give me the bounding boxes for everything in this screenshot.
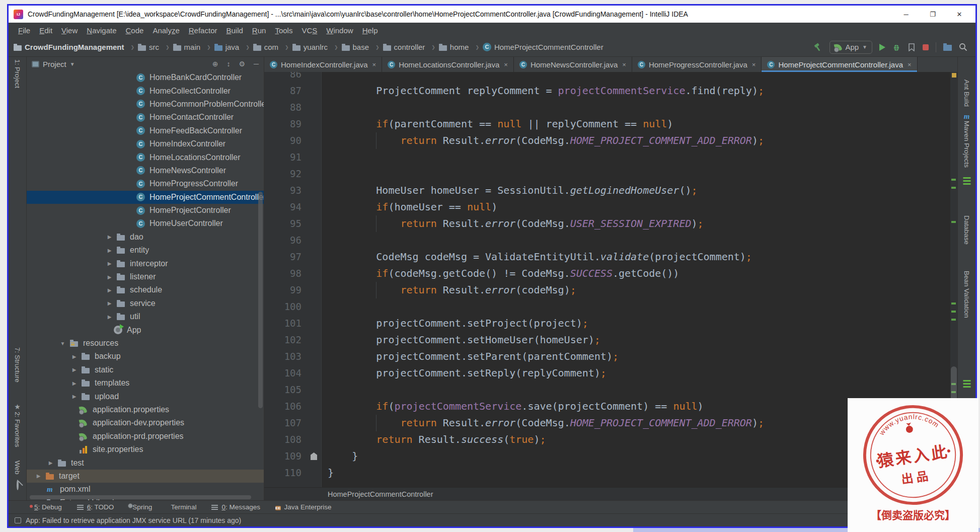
locate-file-icon[interactable]: ⊕: [212, 60, 218, 68]
tree-item[interactable]: ▶ upload: [27, 390, 264, 403]
tree-item[interactable]: C HomeIndexController: [27, 137, 264, 150]
tree-item[interactable]: C HomeUserController: [27, 217, 264, 230]
run-button[interactable]: [879, 44, 885, 51]
tree-item[interactable]: C HomeLocationsController: [27, 150, 264, 164]
tree-vertical-scrollbar[interactable]: [258, 192, 263, 408]
tree-item[interactable]: site.properties: [27, 443, 264, 456]
project-panel-title[interactable]: Project: [43, 60, 66, 68]
expand-arrow-icon[interactable]: ▶: [34, 473, 43, 479]
tool-strip-button-maven-projects[interactable]: Maven Projects: [963, 121, 970, 168]
tree-item[interactable]: ▶ listener: [27, 270, 264, 283]
editor-tab[interactable]: C HomeProjectCommentController.java ×: [762, 57, 917, 72]
tree-item[interactable]: m pom.xml: [27, 483, 264, 496]
line-number[interactable]: 103: [264, 348, 309, 365]
line-number[interactable]: 92: [264, 166, 309, 182]
line-number[interactable]: 93: [264, 182, 309, 199]
tool-strip-button--structure[interactable]: 7: Structure: [14, 347, 21, 383]
tree-item[interactable]: C HomeBankCardController: [27, 71, 264, 84]
breadcrumb-item[interactable]: home: [439, 43, 483, 51]
expand-arrow-icon[interactable]: ▶: [105, 248, 114, 253]
tree-item[interactable]: C HomeCollectController: [27, 84, 264, 97]
line-number[interactable]: 107: [264, 415, 309, 431]
breadcrumb-item[interactable]: src: [138, 43, 173, 51]
tool-strip-button-database[interactable]: Database: [963, 215, 970, 245]
tree-item[interactable]: C HomeNewsController: [27, 164, 264, 177]
editor-breadcrumb[interactable]: HomeProjectCommentController: [328, 490, 433, 498]
line-number[interactable]: 88: [264, 99, 309, 116]
tool-strip-button--favorites[interactable]: 2: Favorites: [14, 412, 21, 447]
expand-arrow-icon[interactable]: ▶: [46, 460, 55, 466]
menu-item[interactable]: VCS: [297, 25, 322, 36]
tool-strip-button-ant-build[interactable]: Ant Build: [963, 80, 970, 107]
expand-arrow-icon[interactable]: ▶: [70, 394, 79, 399]
line-number[interactable]: 109: [264, 448, 309, 465]
line-number[interactable]: 96: [264, 232, 309, 249]
line-number[interactable]: 98: [264, 265, 309, 282]
breadcrumb-item[interactable]: base: [342, 43, 383, 51]
menu-item[interactable]: Window: [322, 25, 357, 36]
expand-arrow-icon[interactable]: ▶: [105, 287, 114, 293]
gear-icon[interactable]: ⚙: [239, 60, 246, 68]
close-icon[interactable]: ×: [504, 61, 508, 68]
close-icon[interactable]: ×: [752, 61, 756, 68]
line-number[interactable]: 86: [264, 72, 309, 83]
tree-item[interactable]: C HomeProjectController: [27, 204, 264, 217]
menu-item[interactable]: View: [57, 25, 82, 36]
debug-bug-icon[interactable]: [892, 43, 900, 51]
run-with-coverage-icon[interactable]: [908, 43, 916, 51]
line-number[interactable]: 97: [264, 249, 309, 265]
expand-arrow-icon[interactable]: ▶: [70, 381, 79, 386]
line-number[interactable]: 102: [264, 332, 309, 348]
line-number[interactable]: 95: [264, 215, 309, 232]
expand-arrow-icon[interactable]: ▶: [70, 367, 79, 372]
tool-strip-button-web[interactable]: Web: [14, 461, 21, 475]
menu-item[interactable]: Analyze: [148, 25, 184, 36]
search-everywhere-icon[interactable]: [959, 43, 967, 51]
tree-item[interactable]: ▶ util: [27, 310, 264, 323]
breadcrumb-item[interactable]: yuanlrc: [292, 43, 342, 51]
tool-window-button[interactable]: 0: Messages: [211, 503, 260, 511]
tree-item[interactable]: C HomeFeedBackController: [27, 124, 264, 137]
tree-item[interactable]: ▶ service: [27, 297, 264, 310]
tree-item[interactable]: ▶ target: [27, 470, 264, 483]
line-number[interactable]: 94: [264, 199, 309, 215]
tree-item[interactable]: App: [27, 323, 264, 336]
line-number[interactable]: 105: [264, 382, 309, 398]
line-number[interactable]: 106: [264, 398, 309, 415]
tree-item[interactable]: C HomeCommonProblemController: [27, 98, 264, 111]
breadcrumb-item[interactable]: main: [173, 43, 214, 51]
tree-horizontal-scrollbar[interactable]: [30, 495, 251, 499]
menu-item[interactable]: Navigate: [82, 25, 121, 36]
tree-item[interactable]: ▶ templates: [27, 376, 264, 390]
expand-arrow-icon[interactable]: ▶: [105, 314, 114, 320]
menu-item[interactable]: Build: [221, 25, 247, 36]
line-number[interactable]: 90: [264, 132, 309, 149]
close-icon[interactable]: ×: [908, 61, 912, 68]
breadcrumb-item[interactable]: com: [253, 43, 292, 51]
tool-window-button[interactable]: Spring: [129, 503, 152, 511]
menu-item[interactable]: Tools: [270, 25, 297, 36]
tool-window-button[interactable]: 5: Debug: [31, 503, 62, 511]
bookmark-marker-icon[interactable]: [311, 452, 317, 460]
tree-item[interactable]: C HomeProjectCommentController: [27, 191, 264, 204]
menu-item[interactable]: Help: [358, 25, 383, 36]
editor-tab[interactable]: C HomeLocationsController.java ×: [382, 57, 514, 72]
menu-item[interactable]: Refactor: [184, 25, 222, 36]
breadcrumb-item[interactable]: CrowdFundingManagement: [14, 43, 138, 51]
breadcrumb-item[interactable]: java: [214, 43, 253, 51]
expand-arrow-icon[interactable]: ▶: [105, 234, 114, 240]
editor-tab[interactable]: C HomeIndexController.java ×: [264, 57, 382, 72]
chevron-down-icon[interactable]: ▼: [70, 61, 75, 67]
collapse-all-icon[interactable]: ↕: [227, 60, 231, 68]
line-number[interactable]: 99: [264, 282, 309, 298]
breadcrumb-item[interactable]: C HomeProjectCommentController: [483, 43, 604, 51]
tree-item[interactable]: ▶ backup: [27, 350, 264, 363]
expand-arrow-icon[interactable]: ▼: [58, 341, 67, 346]
star-icon[interactable]: ★: [14, 403, 21, 411]
line-number[interactable]: 100: [264, 298, 309, 315]
line-number[interactable]: 89: [264, 116, 309, 132]
menu-item[interactable]: Edit: [35, 25, 57, 36]
tree-item[interactable]: application.properties: [27, 403, 264, 416]
line-number[interactable]: 108: [264, 431, 309, 448]
line-number[interactable]: 110: [264, 465, 309, 481]
